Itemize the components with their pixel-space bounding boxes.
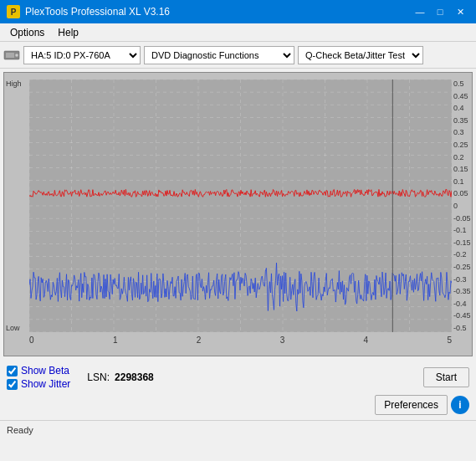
preferences-row: Preferences i (0, 395, 476, 420)
x-axis: 012345 (29, 332, 452, 356)
y-axis-label: -0.4 (453, 300, 467, 308)
low-label: Low (6, 324, 20, 332)
status-text: Ready (7, 425, 33, 435)
y-axis-label: -0.45 (453, 311, 471, 320)
maximize-button[interactable]: □ (431, 4, 449, 19)
device-icon (3, 47, 20, 64)
menu-help[interactable]: Help (51, 25, 85, 40)
title-bar-left: P PlexTools Professional XL V3.16 (7, 5, 170, 18)
toolbar: HA:5 ID:0 PX-760A DVD Diagnostic Functio… (0, 42, 476, 69)
title-bar-controls: — □ ✕ (411, 4, 469, 19)
minimize-button[interactable]: — (411, 4, 429, 19)
y-axis-label: -0.25 (453, 263, 471, 271)
show-beta-checkbox[interactable] (7, 366, 18, 376)
y-axis-label: -0.2 (453, 250, 467, 259)
show-jitter-checkbox[interactable] (7, 379, 18, 390)
test-select[interactable]: Q-Check Beta/Jitter Test (298, 46, 423, 64)
show-beta-label: Show Beta (21, 365, 69, 376)
menu-bar: Options Help (0, 23, 476, 42)
lsn-value: 2298368 (115, 371, 154, 383)
y-axis-label: 0.4 (453, 104, 464, 112)
y-axis-label: -0.05 (453, 214, 471, 223)
y-axis-label: -0.15 (453, 238, 471, 247)
function-select[interactable]: DVD Diagnostic Functions (144, 46, 294, 64)
y-axis-label: 0 (453, 202, 458, 210)
y-axis-label: -0.1 (453, 226, 467, 234)
y-axis-label: 0.25 (453, 141, 468, 149)
x-axis-label: 4 (364, 336, 369, 345)
checkboxes: Show Beta Show Jitter (7, 365, 70, 390)
y-axis-label: -0.3 (453, 275, 467, 284)
y-axis-label: 0.5 (453, 79, 464, 88)
show-beta-row: Show Beta (7, 365, 70, 376)
high-label: High (6, 79, 22, 88)
y-axis-label: 0.1 (453, 177, 464, 186)
bottom-panel: Show Beta Show Jitter LSN: 2298368 Start (0, 360, 476, 395)
chart-container: High Low 0.50.450.40.350.30.250.20.150.1… (3, 72, 473, 356)
menu-options[interactable]: Options (3, 25, 51, 40)
info-button[interactable]: i (451, 396, 469, 414)
close-button[interactable]: ✕ (451, 4, 469, 19)
lsn-section: LSN: 2298368 (87, 371, 153, 383)
show-jitter-row: Show Jitter (7, 378, 70, 390)
status-bar: Ready (0, 420, 476, 438)
y-axis-label: -0.35 (453, 287, 471, 295)
x-axis-label: 3 (280, 336, 285, 345)
x-axis-label: 2 (197, 336, 202, 345)
start-button[interactable]: Start (423, 367, 469, 387)
app-icon: P (7, 5, 20, 18)
chart-canvas (29, 79, 452, 332)
y-axis-label: 0.05 (453, 189, 468, 197)
preferences-button[interactable]: Preferences (375, 395, 448, 415)
drive-select[interactable]: HA:5 ID:0 PX-760A (23, 46, 141, 64)
x-axis-label: 5 (447, 336, 452, 345)
title-bar: P PlexTools Professional XL V3.16 — □ ✕ (0, 0, 476, 23)
y-axis-label: 0.3 (453, 128, 464, 136)
window-title: PlexTools Professional XL V3.16 (25, 6, 170, 18)
x-axis-label: 0 (29, 336, 34, 345)
svg-point-2 (15, 54, 18, 57)
y-axis-right: 0.50.450.40.350.30.250.20.150.10.050-0.0… (452, 79, 472, 332)
lsn-label: LSN: (87, 371, 110, 383)
show-jitter-label: Show Jitter (21, 378, 70, 390)
y-axis-label: 0.45 (453, 92, 468, 100)
chart-area (29, 79, 452, 332)
x-axis-label: 1 (113, 336, 118, 345)
y-axis-label: 0.15 (453, 165, 468, 173)
y-axis-label: 0.2 (453, 153, 464, 161)
y-axis-label: 0.35 (453, 116, 468, 125)
device-section: HA:5 ID:0 PX-760A (3, 46, 141, 64)
y-axis-label: -0.5 (453, 324, 467, 332)
svg-rect-1 (6, 53, 14, 58)
